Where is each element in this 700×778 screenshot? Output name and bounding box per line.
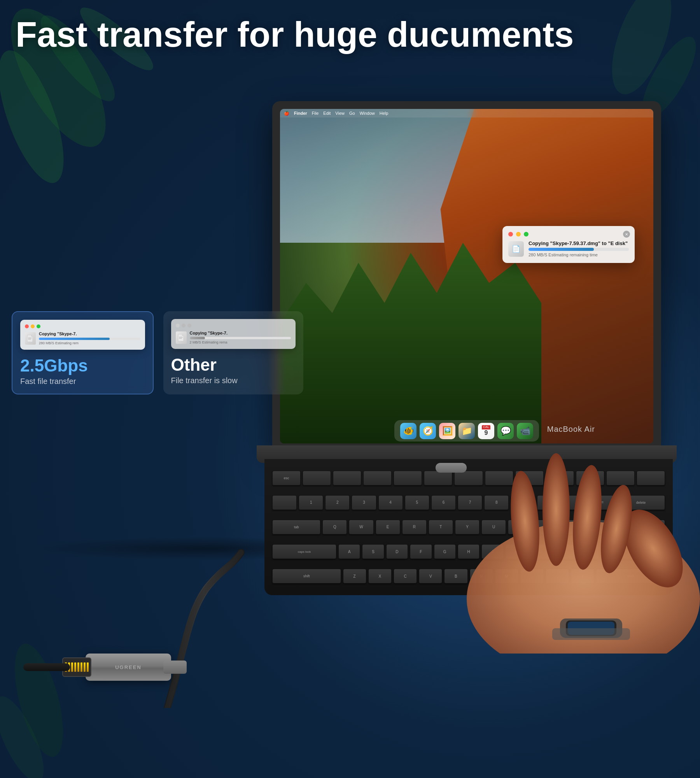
key-f4: [394, 471, 422, 485]
key-f12: [637, 471, 665, 485]
ethernet-cable: [23, 663, 70, 671]
key-z: Z: [343, 569, 366, 584]
comparison-section: Copying "Skype-7. 280 MB/S Estimating re…: [12, 311, 303, 394]
apple-logo: 🍎: [284, 111, 289, 116]
key-4: 4: [378, 495, 403, 510]
dock-icon-photos[interactable]: 🖼️: [439, 423, 455, 439]
menu-go: Go: [349, 111, 355, 116]
dock-icon-files[interactable]: 📁: [458, 423, 475, 439]
key-f3: [363, 471, 392, 485]
mini-progress-fill-other: [190, 337, 205, 339]
card-speed-label-other: Other: [171, 355, 296, 375]
dock-icon-finder[interactable]: 🐠: [400, 423, 416, 439]
key-bracket-close: ]: [614, 520, 639, 534]
key-p: P: [561, 520, 586, 534]
menu-edit: Edit: [323, 111, 331, 116]
key-grave: [272, 495, 297, 510]
copy-dialog-screen: ✕ 📄 Copying "Skype-7.59.37.dmg" to "E di…: [502, 226, 635, 263]
mini-dialog-fast: Copying "Skype-7. 280 MB/S Estimating re…: [20, 320, 145, 350]
dock-icon-safari[interactable]: 🧭: [420, 423, 436, 439]
key-period: .: [546, 569, 569, 584]
key-n: N: [470, 569, 493, 584]
mini-filename-other: Copying "Skype-7.: [190, 331, 291, 335]
svg-rect-15: [566, 620, 616, 636]
mini-progress-other: [190, 337, 291, 339]
screen-wallpaper: 🍎 Finder File Edit View Go Window Help: [280, 109, 653, 443]
dock-icon-calendar[interactable]: CAL9: [478, 423, 494, 439]
key-f1: [303, 471, 331, 485]
key-a: A: [338, 544, 360, 559]
key-c: C: [394, 569, 417, 584]
mini-tl-2-other: [182, 324, 186, 328]
mini-dialog-other: Copying "Skype-7. 2 MB/S Estimating rema: [171, 319, 296, 349]
key-equal: =: [590, 495, 615, 510]
mini-dialog-tl-other: [176, 324, 291, 328]
key-row-4: caps lock A S D F G H J K L ; ' return: [272, 541, 665, 563]
key-k: K: [506, 544, 527, 559]
mini-dialog-body-fast: Copying "Skype-7. 280 MB/S Estimating re…: [25, 331, 140, 345]
key-y: Y: [455, 520, 480, 534]
mini-tl-yellow-fast: [31, 324, 35, 328]
main-title: Fast transfer for huge ducuments: [16, 16, 684, 54]
key-g: G: [434, 544, 456, 559]
key-e: E: [376, 520, 400, 534]
mini-tl-3-other: [187, 324, 191, 328]
key-q: Q: [322, 520, 347, 534]
dock-icon-messages[interactable]: 💬: [497, 423, 514, 439]
traffic-light-yellow: [516, 232, 521, 237]
mini-tl-red-fast: [25, 324, 29, 328]
menu-bar: 🍎 Finder File Edit View Go Window Help: [280, 109, 653, 117]
dock-icon-facetime[interactable]: 📹: [517, 423, 533, 439]
key-7: 7: [458, 495, 482, 510]
traffic-light-green: [524, 232, 528, 237]
eth-pin-8: [87, 662, 89, 672]
eth-pin-6: [80, 662, 82, 672]
key-w: W: [349, 520, 373, 534]
key-minus: -: [564, 495, 588, 510]
key-8: 8: [484, 495, 509, 510]
key-row-3: tab Q W E R T Y U I O P [ ] \: [272, 516, 665, 538]
keyboard-keys: esc 1 2 3: [272, 467, 665, 587]
eth-pin-5: [77, 662, 79, 672]
dialog-filename: Copying "Skype-7.59.37.dmg" to "E disk": [528, 240, 629, 246]
key-0: 0: [537, 495, 562, 510]
key-row-2: 1 2 3 4 5 6 7 8 9 0 - = delete: [272, 491, 665, 513]
key-f: F: [410, 544, 432, 559]
key-row-5: shift Z X C V B N M , . / shift: [272, 565, 665, 587]
key-f9: [546, 471, 574, 485]
mini-text-other: Copying "Skype-7. 2 MB/S Estimating rema: [190, 331, 291, 344]
menu-help: Help: [380, 111, 388, 116]
laptop-body: 🍎 Finder File Edit View Go Window Help: [272, 101, 661, 451]
key-shift-right: shift: [596, 569, 665, 584]
mini-progress-fast: [39, 338, 140, 340]
laptop-screen: 🍎 Finder File Edit View Go Window Help: [280, 109, 653, 443]
traffic-light-red: [508, 232, 513, 237]
mini-text-fast: Copying "Skype-7. 280 MB/S Estimating re…: [39, 331, 140, 345]
key-5: 5: [405, 495, 429, 510]
key-o: O: [534, 520, 559, 534]
svg-rect-17: [552, 628, 630, 640]
dialog-progress-bar: [528, 248, 629, 251]
eth-pin-7: [84, 662, 86, 672]
key-slash: /: [571, 569, 594, 584]
laptop-area: 🍎 Finder File Edit View Go Window Help: [233, 70, 700, 654]
mini-file-icon-other: [176, 331, 187, 344]
key-backspace: delete: [617, 495, 665, 510]
svg-rect-22: [179, 337, 183, 338]
svg-rect-23: [179, 338, 182, 339]
adapter-area: UGREEN: [31, 630, 226, 739]
mini-tl-green-fast: [37, 324, 40, 328]
dialog-close-button[interactable]: ✕: [623, 231, 630, 238]
key-f5: [424, 471, 452, 485]
menu-view: View: [335, 111, 345, 116]
key-j: J: [481, 544, 503, 559]
key-b: B: [444, 569, 467, 584]
svg-rect-16: [568, 622, 614, 635]
key-esc: esc: [272, 471, 301, 485]
dialog-content: 📄 Copying "Skype-7.59.37.dmg" to "E disk…: [508, 240, 629, 257]
key-v: V: [419, 569, 442, 584]
svg-rect-19: [28, 338, 32, 338]
key-f11: [606, 471, 635, 485]
card-speed-label-fast: 2.5Gbps: [20, 356, 145, 375]
dialog-speed: 280 MB/S Estimating remaining time: [528, 252, 629, 257]
